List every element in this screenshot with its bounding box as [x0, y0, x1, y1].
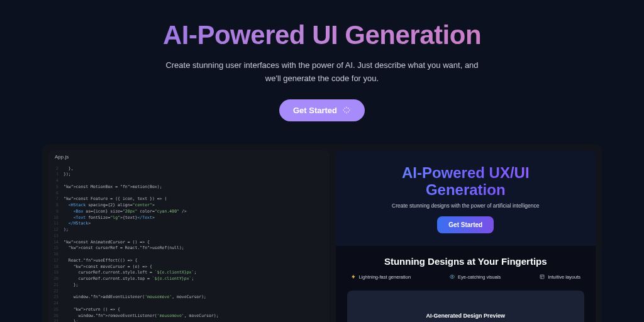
code-line: 21 }; [50, 282, 326, 289]
render-cta-label: Get Started [448, 221, 482, 228]
code-line: 15 "kw">const cursorRef = React."fn">use… [50, 245, 326, 252]
hero: AI-Powered UI Generation Create stunning… [0, 0, 644, 121]
code-line: 24 [50, 301, 326, 307]
svg-point-0 [452, 276, 453, 277]
code-line: 8 <HStack spacing={2} align="center"> [50, 203, 326, 209]
render-title: AI-Powered UX/UI Generation [336, 164, 596, 199]
code-line: 13 [50, 233, 326, 240]
code-line: 16 [50, 252, 326, 258]
render-section-title: Stunning Designs at Your Fingertips [347, 256, 584, 267]
code-line: 9 <Box as={icon} size="20px" color="cyan… [50, 209, 326, 215]
code-line: 5"kw">const MotionBox = "fn">motion(Box)… [50, 184, 326, 191]
code-line: 17 React."fn">useEffect(() => { [50, 258, 326, 264]
code-line: 6 [50, 191, 326, 197]
hero-subtitle: Create stunning user interfaces with the… [165, 59, 479, 86]
code-filename: App.js [48, 150, 330, 164]
render-features-section: Stunning Designs at Your Fingertips Ligh… [336, 246, 596, 322]
code-line: 22 [50, 289, 326, 295]
render-features-row: Lightning-fast generationEye-catching vi… [347, 274, 584, 280]
code-line: 7"kw">const Feature = ({ icon, text }) =… [50, 196, 326, 203]
preview-container: App.js 2 },3});45"kw">const MotionBox = … [42, 144, 602, 322]
render-preview-label: AI-Generated Design Preview [426, 313, 505, 319]
code-line: 25 "kw">return () => { [50, 307, 326, 313]
code-line: 4 [50, 178, 326, 184]
code-line: 2 }, [50, 166, 326, 172]
code-line: 3}); [50, 172, 326, 178]
feature-item: Eye-catching visuals [450, 274, 501, 280]
code-line: 23 window."fn">addEventListener('mousemo… [50, 294, 326, 301]
code-line: 20 cursorRef.current.style.top = `${e.cl… [50, 276, 326, 282]
code-pane: App.js 2 },3});45"kw">const MotionBox = … [48, 150, 330, 322]
code-line: 11 </HStack> [50, 221, 326, 227]
code-line: 14"kw">const AnimatedCursor = () => { [50, 240, 326, 246]
feature-item: Intuitive layouts [540, 274, 580, 280]
layout-icon [540, 274, 545, 280]
cta-label: Get Started [293, 106, 337, 115]
sparkle-icon [342, 106, 351, 114]
render-cta-button[interactable]: Get Started [437, 216, 494, 233]
feature-label: Lightning-fast generation [359, 274, 411, 280]
render-pane: AI-Powered UX/UI Generation Create stunn… [336, 150, 596, 322]
code-line: 27 }; [50, 319, 326, 322]
bolt-icon [351, 274, 356, 280]
feature-item: Lightning-fast generation [351, 274, 411, 280]
code-line: 26 window."fn">removeEventListener('mous… [50, 313, 326, 319]
code-line: 10 <Text fontSize="lg">{text}</Text> [50, 215, 326, 221]
code-line: 12); [50, 227, 326, 233]
code-body: 2 },3});45"kw">const MotionBox = "fn">mo… [48, 164, 330, 322]
feature-label: Eye-catching visuals [458, 274, 501, 280]
hero-title: AI-Powered UI Generation [0, 20, 644, 50]
code-line: 18 "kw">const moveCursor = (e) => { [50, 264, 326, 270]
svg-rect-1 [540, 275, 544, 279]
render-subtitle: Create stunning designs with the power o… [336, 203, 596, 209]
code-line: 19 cursorRef.current.style.left = `${e.c… [50, 270, 326, 276]
eye-icon [450, 274, 455, 280]
feature-label: Intuitive layouts [548, 274, 580, 280]
get-started-button[interactable]: Get Started [279, 99, 365, 121]
render-preview-block: AI-Generated Design Preview [347, 291, 584, 322]
